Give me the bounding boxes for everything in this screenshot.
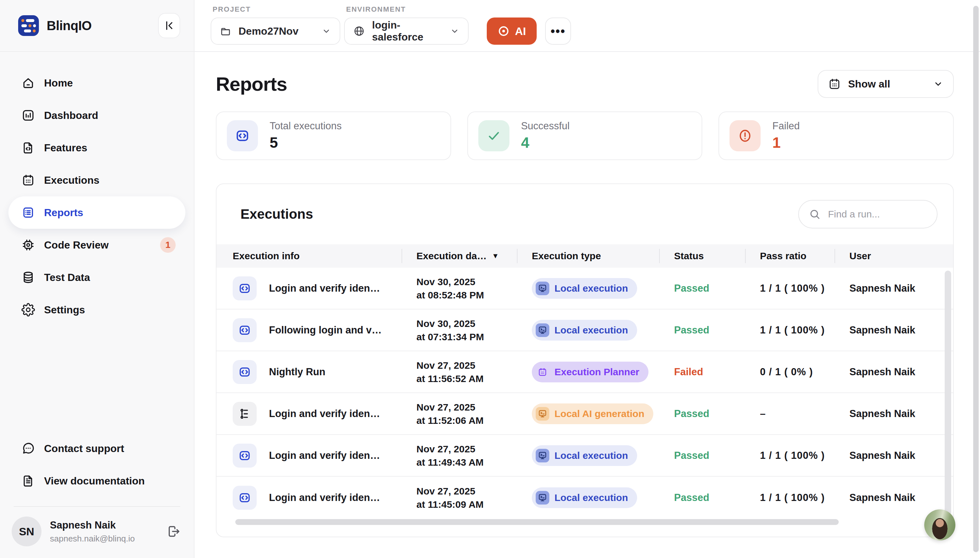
execution-type-cell: Local execution bbox=[517, 320, 659, 341]
logout-icon[interactable] bbox=[167, 524, 181, 538]
environment-value: login-salesforce bbox=[372, 19, 443, 43]
page-scrollbar[interactable] bbox=[973, 6, 979, 552]
execution-date: Nov 27, 2025 bbox=[417, 442, 517, 456]
execution-date-cell: Nov 30, 2025at 08:52:48 PM bbox=[402, 275, 517, 302]
execution-type-label: Local AI generation bbox=[555, 408, 644, 419]
alert-icon bbox=[738, 128, 752, 143]
execution-type-cell: Local execution bbox=[517, 278, 659, 299]
avatar: SN bbox=[11, 517, 41, 547]
execution-time: at 11:52:06 AM bbox=[417, 414, 517, 427]
user-card[interactable]: SN Sapnesh Naik sapnesh.naik@blinq.io bbox=[8, 513, 185, 550]
sidebar-item-settings[interactable]: Settings bbox=[8, 294, 185, 326]
divider bbox=[14, 506, 180, 507]
pass-ratio-cell: 1 / 1 ( 100% ) bbox=[745, 282, 834, 294]
ai-button[interactable]: AI bbox=[487, 18, 537, 45]
project-select[interactable]: Demo27Nov bbox=[211, 18, 340, 45]
execution-date: Nov 30, 2025 bbox=[417, 317, 517, 330]
sidebar-link-label: Contact support bbox=[44, 443, 124, 455]
check-icon bbox=[478, 120, 509, 151]
terminal-icon bbox=[536, 282, 549, 295]
terminal-icon bbox=[538, 493, 547, 502]
workflow-icon bbox=[238, 407, 251, 420]
executions-title: Executions bbox=[240, 207, 313, 222]
code-icon bbox=[233, 318, 257, 342]
execution-date-cell: Nov 30, 2025at 07:31:34 PM bbox=[402, 317, 517, 343]
target-icon bbox=[497, 25, 510, 37]
code-icon bbox=[233, 486, 257, 510]
pass-ratio-cell: – bbox=[745, 408, 834, 420]
code-icon bbox=[233, 444, 257, 468]
column-header-2[interactable]: Execution type bbox=[517, 245, 659, 268]
sidebar-item-home[interactable]: Home bbox=[8, 67, 185, 99]
search-box[interactable] bbox=[798, 200, 937, 228]
sidebar-item-label: Code Review bbox=[44, 239, 108, 251]
environment-select[interactable]: login-salesforce bbox=[344, 18, 469, 45]
more-options-button[interactable]: ••• bbox=[545, 18, 571, 45]
sidebar-item-executions[interactable]: Executions bbox=[8, 164, 185, 196]
calendar-icon bbox=[21, 173, 35, 187]
terminal-icon bbox=[538, 325, 547, 335]
terminal-icon bbox=[536, 491, 549, 504]
table-horizontal-scrollbar[interactable] bbox=[235, 519, 839, 525]
code-icon bbox=[227, 120, 258, 151]
column-header-3[interactable]: Status bbox=[659, 245, 745, 268]
execution-type-label: Execution Planner bbox=[555, 366, 639, 377]
sidebar-item-code-review[interactable]: Code Review1 bbox=[8, 229, 185, 261]
search-input[interactable] bbox=[828, 209, 919, 220]
execution-info-cell: Following login and v… bbox=[217, 318, 402, 342]
date-filter-button[interactable]: Show all bbox=[817, 70, 954, 98]
code-review-badge: 1 bbox=[160, 237, 176, 253]
execution-info-cell: Login and verify iden… bbox=[217, 444, 402, 468]
folder-icon bbox=[220, 25, 231, 37]
execution-time: at 07:31:34 PM bbox=[417, 330, 517, 343]
user-cell: Sapnesh Naik bbox=[834, 408, 953, 420]
table-row[interactable]: Login and verify iden…Nov 27, 2025at 11:… bbox=[217, 477, 953, 519]
sidebar-item-reports[interactable]: Reports bbox=[8, 196, 185, 229]
table-row[interactable]: Login and verify iden…Nov 27, 2025at 11:… bbox=[217, 435, 953, 477]
project-label: PROJECT bbox=[213, 5, 340, 14]
stat-card-total-executions: Total executions5 bbox=[216, 112, 451, 160]
sidebar-item-dashboard[interactable]: Dashboard bbox=[8, 99, 185, 131]
table-row[interactable]: Nightly RunNov 27, 2025at 11:56:52 AMExe… bbox=[217, 351, 953, 393]
terminal-icon bbox=[538, 409, 547, 419]
stat-label: Failed bbox=[772, 120, 799, 132]
sidebar-collapse-button[interactable] bbox=[158, 13, 180, 38]
user-name: Sapnesh Naik bbox=[50, 519, 135, 531]
column-label: User bbox=[849, 251, 871, 261]
table-row[interactable]: Following login and v…Nov 30, 2025at 07:… bbox=[217, 309, 953, 351]
execution-date-cell: Nov 27, 2025at 11:45:09 AM bbox=[402, 484, 517, 511]
table-row[interactable]: Login and verify iden…Nov 27, 2025at 11:… bbox=[217, 393, 953, 435]
gear-icon bbox=[21, 303, 35, 317]
sidebar-item-features[interactable]: Features bbox=[8, 131, 185, 164]
table-vertical-scrollbar[interactable] bbox=[945, 271, 951, 515]
stat-value: 1 bbox=[772, 134, 799, 151]
sidebar-link-view-documentation[interactable]: View documentation bbox=[8, 464, 185, 497]
table-row[interactable]: Login and verify iden…Nov 30, 2025at 08:… bbox=[217, 268, 953, 309]
execution-date: Nov 27, 2025 bbox=[417, 359, 517, 372]
status-cell: Failed bbox=[659, 366, 745, 378]
execution-type-badge: Local execution bbox=[532, 278, 637, 299]
app-title: BlinqIO bbox=[47, 18, 92, 33]
column-label: Execution type bbox=[532, 251, 601, 261]
execution-type-badge: Local execution bbox=[532, 487, 637, 508]
execution-type-cell: Local execution bbox=[517, 487, 659, 508]
column-header-1[interactable]: Execution da…▼ bbox=[402, 245, 517, 268]
code-icon bbox=[235, 128, 250, 143]
terminal-icon bbox=[538, 451, 547, 460]
column-header-0[interactable]: Execution info bbox=[217, 245, 402, 268]
pass-ratio-cell: 1 / 1 ( 100% ) bbox=[745, 450, 834, 461]
column-header-5[interactable]: User bbox=[834, 245, 953, 268]
sidebar-item-label: Dashboard bbox=[44, 110, 98, 121]
profile-photo[interactable] bbox=[924, 509, 955, 540]
sidebar-item-test-data[interactable]: Test Data bbox=[8, 261, 185, 294]
code-icon bbox=[238, 324, 251, 337]
file-code-icon bbox=[21, 141, 35, 154]
status-cell: Passed bbox=[659, 324, 745, 336]
execution-date-cell: Nov 27, 2025at 11:56:52 AM bbox=[402, 359, 517, 385]
code-icon bbox=[233, 276, 257, 300]
terminal-icon bbox=[536, 407, 549, 420]
sidebar-link-contact-support[interactable]: Contact support bbox=[8, 432, 185, 464]
column-label: Execution da… bbox=[417, 251, 487, 261]
execution-type-label: Local execution bbox=[555, 450, 628, 461]
column-header-4[interactable]: Pass ratio bbox=[745, 245, 834, 268]
